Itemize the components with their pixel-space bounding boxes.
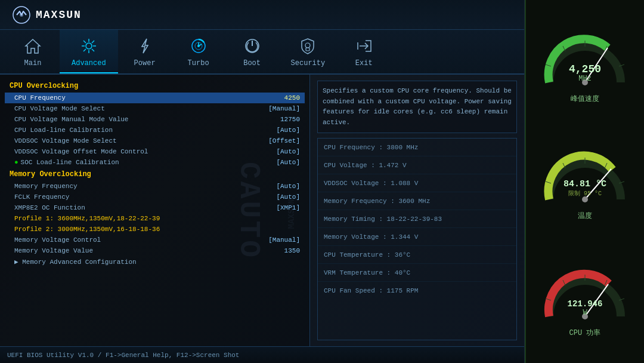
svg-text:W: W [583, 309, 587, 317]
nav-item-exit[interactable]: Exit [337, 30, 391, 73]
mem-volt-ctrl-label: Memory Voltage Control [14, 236, 268, 244]
dot-indicator: ● [14, 159, 18, 166]
menu-item-mem-freq[interactable]: Memory Frequency [Auto] [5, 181, 305, 192]
status-bar: UEFI BIOS Utility V1.0 / F1->General Hel… [0, 346, 524, 363]
menu-item-vddsoc-mode[interactable]: VDDSOC Voltage Mode Select [Offset] [5, 136, 305, 146]
nav-item-turbo[interactable]: Turbo [172, 30, 225, 73]
vddsoc-offset-value: [Auto] [276, 148, 300, 155]
cpu-llc-label: CPU Load-line Calibration [14, 127, 276, 134]
menu-item-cpu-freq[interactable]: CPU Frequency 4250 [5, 93, 305, 103]
svg-marker-12 [142, 39, 148, 53]
fclk-label: FCLK Frequency [14, 193, 276, 201]
info-label-1: CPU Voltage : 1.472 V [324, 162, 510, 169]
menu-item-fclk[interactable]: FCLK Frequency [Auto] [5, 192, 305, 202]
menu-item-profile2[interactable]: Profile 2: 3000MHz,1350mV,16-18-18-36 [5, 224, 305, 235]
nav-exit-icon [354, 36, 373, 56]
maxsun-logo-icon [12, 5, 31, 24]
mem-volt-val-value: 1350 [284, 247, 300, 254]
nav-item-boot[interactable]: Boot [225, 30, 279, 73]
nav-power-label: Power [134, 59, 156, 67]
cpu-voltage-manual-value: 12750 [280, 116, 300, 123]
info-label-4: Memory Timing : 18-22-22-39-83 [324, 216, 510, 223]
info-row-2: VDDSOC Voltage : 1.088 V [318, 174, 516, 192]
fclk-value: [Auto] [276, 193, 300, 201]
nav-main-icon [23, 36, 42, 56]
menu-item-cpu-voltage-mode[interactable]: CPU Voltage Mode Select [Manual] [5, 103, 305, 114]
status-text: UEFI BIOS Utility V1.0 / F1->General Hel… [7, 352, 239, 359]
vddsoc-mode-label: VDDSOC Voltage Mode Select [14, 137, 268, 144]
nav-boot-icon [243, 36, 262, 56]
menu-item-vddsoc-offset[interactable]: VDDSOC Voltage Offset Mode Control [Auto… [5, 146, 305, 157]
description-box: Specifies a custom CPU core frequency. S… [317, 81, 517, 133]
svg-point-3 [86, 43, 92, 49]
info-row-8: CPU Fan Speed : 1175 RPM [318, 282, 516, 300]
logo-text: MAXSUN [36, 9, 82, 21]
svg-text:MHz: MHz [578, 75, 592, 83]
svg-point-17 [305, 43, 310, 48]
speed-gauge-svg: 4,250 MHz [537, 26, 633, 91]
menu-item-cpu-llc[interactable]: CPU Load-line Calibration [Auto] [5, 125, 305, 136]
xmp-label: XMP8E2 OC Function [14, 204, 276, 211]
sidebar-gauges: 4,250 MHz 峰值速度 84.81 °C 限制 95 °C [525, 0, 644, 363]
info-row-4: Memory Timing : 18-22-22-39-83 [318, 210, 516, 228]
menu-item-mem-volt-ctrl[interactable]: Memory Voltage Control [Manual] [5, 235, 305, 245]
speed-gauge-label: 峰值速度 [571, 94, 599, 104]
xmp-value: [XMP1] [276, 204, 300, 211]
info-label-5: Memory Voltage : 1.344 V [324, 233, 510, 241]
svg-line-8 [83, 41, 86, 43]
temp-gauge-svg: 84.81 °C 限制 95 °C [537, 143, 633, 208]
cpu-voltage-mode-value: [Manual] [268, 105, 300, 112]
info-label-6: CPU Temperature : 36°C [324, 251, 510, 259]
menu-item-mem-volt-val[interactable]: Memory Voltage Value 1350 [5, 245, 305, 256]
nav-item-advanced[interactable]: Advanced [60, 30, 118, 73]
mem-freq-label: Memory Frequency [14, 183, 276, 190]
info-row-0: CPU Frequency : 3800 MHz [318, 139, 516, 156]
vddsoc-offset-label: VDDSOC Voltage Offset Mode Control [14, 148, 276, 155]
menu-item-soc-llc[interactable]: ●SOC Load-line Calibration [Auto] [5, 157, 305, 168]
menu-item-xmp[interactable]: XMP8E2 OC Function [XMP1] [5, 202, 305, 213]
svg-text:4,250: 4,250 [569, 63, 601, 75]
nav-item-power[interactable]: Power [118, 30, 172, 73]
mem-volt-val-label: Memory Voltage Value [14, 247, 284, 254]
power-gauge-container: 121.946 W CPU 功率 [537, 260, 633, 338]
info-table: CPU Frequency : 3800 MHz CPU Voltage : 1… [317, 138, 517, 340]
nav-advanced-label: Advanced [72, 59, 106, 67]
svg-text:84.81 °C: 84.81 °C [564, 179, 606, 189]
mem-advanced-label: ▶ Memory Advanced Configuration [14, 258, 300, 266]
nav-security-label: Security [291, 59, 326, 67]
cpu-voltage-manual-label: CPU Voltage Manual Mode Value [14, 116, 280, 123]
nav-main-label: Main [24, 59, 42, 67]
info-label-0: CPU Frequency : 3800 MHz [324, 144, 510, 151]
logo: MAXSUN [12, 5, 82, 24]
nav-exit-label: Exit [355, 59, 373, 67]
menu-item-profile1[interactable]: Profile 1: 3600MHz,1350mV,18-22-22-39 [5, 213, 305, 224]
cpu-voltage-mode-label: CPU Voltage Mode Select [14, 105, 268, 112]
svg-marker-2 [26, 39, 40, 53]
profile2-label: Profile 2: 3000MHz,1350mV,16-18-18-36 [14, 226, 300, 233]
info-label-3: Memory Frequency : 3600 MHz [324, 198, 510, 205]
menu-item-mem-advanced[interactable]: ▶ Memory Advanced Configuration [5, 256, 305, 267]
power-gauge-svg: 121.946 W [537, 260, 633, 325]
nav-turbo-label: Turbo [188, 59, 209, 67]
menu-item-cpu-voltage-manual[interactable]: CPU Voltage Manual Mode Value 12750 [5, 114, 305, 125]
mem-freq-value: [Auto] [276, 183, 300, 190]
nav-advanced-icon [79, 36, 98, 56]
info-row-1: CPU Voltage : 1.472 V [318, 156, 516, 174]
profile1-label: Profile 1: 3600MHz,1350mV,18-22-22-39 [14, 215, 300, 222]
svg-text:限制 95 °C: 限制 95 °C [568, 190, 602, 197]
svg-point-35 [582, 196, 588, 202]
svg-point-1 [20, 13, 23, 17]
cpu-llc-value: [Auto] [276, 127, 300, 134]
info-label-8: CPU Fan Speed : 1175 RPM [324, 287, 510, 294]
header: MAXSUN [0, 0, 524, 30]
nav-item-main[interactable]: Main [6, 30, 60, 73]
info-row-7: VRM Temperature : 40°C [318, 264, 516, 282]
cpu-freq-label: CPU Frequency [14, 94, 284, 101]
soc-llc-label: ●SOC Load-line Calibration [14, 159, 276, 166]
info-row-5: Memory Voltage : 1.344 V [318, 228, 516, 246]
svg-rect-18 [306, 48, 309, 51]
mem-volt-ctrl-value: [Manual] [268, 236, 300, 244]
cpu-freq-value: 4250 [284, 94, 300, 101]
nav-item-security[interactable]: Security [279, 30, 338, 73]
bios-main-area: MAXSUN Main [0, 0, 525, 363]
